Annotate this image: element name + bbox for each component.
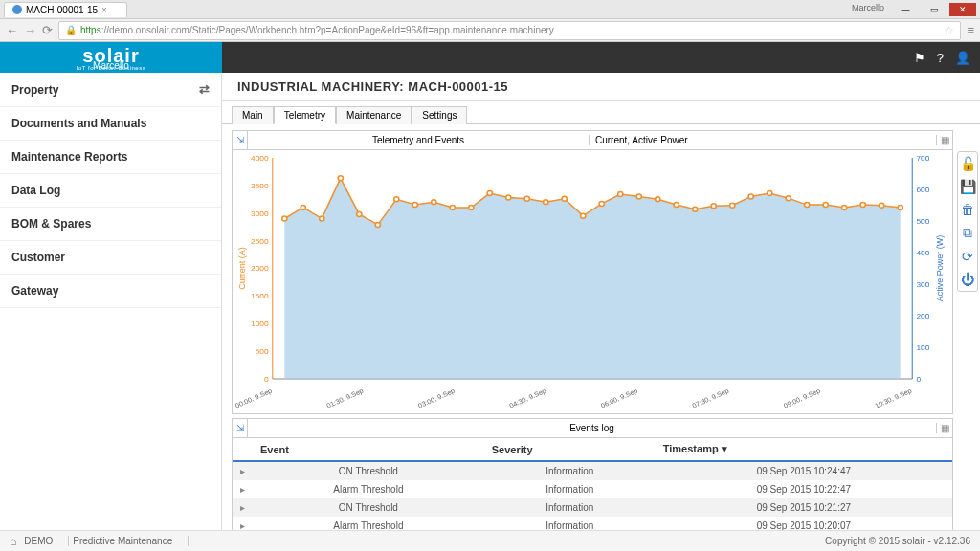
sidebar: Property ⇄ Documents and Manuals Mainten… — [0, 73, 222, 530]
save-icon[interactable]: 💾 — [960, 179, 976, 194]
bookmark-star-icon[interactable]: ☆ — [944, 24, 954, 37]
url-field[interactable]: 🔒 https://demo.onsolair.com/Static/Pages… — [58, 21, 961, 40]
svg-point-34 — [544, 200, 548, 205]
cell-timestamp: 09 Sep 2015 10:22:47 — [656, 480, 952, 498]
svg-point-41 — [674, 203, 679, 208]
refresh-icon[interactable]: ⟳ — [962, 249, 973, 264]
right-toolbar: 🔓 💾 🗑 ⧉ ⟳ ⏻ — [957, 151, 978, 292]
copy-icon[interactable]: ⧉ — [963, 225, 972, 241]
power-icon[interactable]: ⏻ — [961, 272, 974, 287]
tab-main[interactable]: Main — [232, 106, 274, 124]
menu-icon[interactable]: ≡ — [967, 23, 974, 37]
table-row[interactable]: ▸Alarm ThresholdInformation09 Sep 2015 1… — [233, 480, 952, 498]
expand-icon[interactable]: ▸ — [233, 498, 253, 517]
table-row[interactable]: ▸Alarm ThresholdInformation09 Sep 2015 1… — [233, 517, 952, 530]
expand-icon[interactable]: ▸ — [233, 517, 253, 530]
chart-panel-header: ⇲ Telemetry and Events Current, Active P… — [233, 131, 952, 150]
user-tag: Marcello — [852, 3, 884, 16]
svg-text:700: 700 — [916, 154, 929, 163]
maximize-button[interactable]: ▭ — [921, 3, 947, 16]
browser-tab[interactable]: MACH-00001-15 × — [4, 2, 127, 17]
tab-close-icon[interactable]: × — [101, 5, 107, 15]
content-area: INDUSTRIAL MACHINERY: MACH-00001-15 Main… — [222, 73, 980, 530]
svg-text:4000: 4000 — [251, 154, 269, 163]
expand-icon[interactable]: ▸ — [233, 480, 253, 498]
svg-text:01:30, 9.Sep: 01:30, 9.Sep — [325, 387, 365, 410]
tab-title: MACH-00001-15 — [26, 5, 98, 15]
svg-text:10:30, 9.Sep: 10:30, 9.Sep — [874, 387, 913, 410]
cell-timestamp: 09 Sep 2015 10:24:47 — [656, 461, 952, 480]
svg-point-51 — [860, 203, 865, 208]
svg-text:2000: 2000 — [251, 265, 269, 274]
cell-severity: Information — [484, 480, 656, 498]
sidebar-item[interactable]: BOM & Spares — [0, 208, 221, 241]
export-icon[interactable]: ⇲ — [233, 419, 248, 437]
svg-point-35 — [562, 196, 567, 201]
sidebar-item[interactable]: Maintenance Reports — [0, 141, 221, 174]
tabs-row: Main Telemetry Maintenance Settings — [222, 101, 980, 124]
user-label: Marcello — [0, 60, 222, 71]
reload-button[interactable]: ⟳ — [42, 23, 53, 37]
export-icon[interactable]: ⇲ — [233, 131, 248, 149]
favicon — [12, 5, 22, 14]
user-icon[interactable]: 👤 — [955, 51, 970, 65]
cell-timestamp: 09 Sep 2015 10:20:07 — [656, 517, 952, 530]
sidebar-title-row: Property ⇄ — [0, 73, 221, 107]
cell-event: Alarm Threshold — [253, 517, 484, 530]
col-severity[interactable]: Severity — [484, 438, 656, 461]
svg-text:00:00, 9.Sep: 00:00, 9.Sep — [234, 387, 274, 410]
swap-icon[interactable]: ⇄ — [199, 82, 210, 97]
svg-point-24 — [357, 211, 362, 216]
series-selector[interactable]: Current, Active Power — [590, 135, 937, 145]
flag-icon[interactable]: ⚑ — [914, 51, 925, 65]
tab-maintenance[interactable]: Maintenance — [336, 106, 412, 124]
help-icon[interactable]: ? — [937, 51, 944, 65]
home-icon[interactable]: ⌂ — [10, 535, 16, 548]
svg-point-40 — [656, 197, 660, 202]
browser-tab-strip: MACH-00001-15 × Marcello — ▭ ✕ — [0, 0, 980, 19]
svg-text:0: 0 — [264, 375, 269, 384]
lock-icon[interactable]: 🔓 — [960, 156, 976, 171]
svg-point-27 — [412, 203, 417, 208]
expand-icon[interactable]: ▸ — [233, 461, 253, 480]
svg-point-23 — [338, 176, 343, 181]
sidebar-item[interactable]: Gateway — [0, 275, 221, 308]
tab-settings[interactable]: Settings — [412, 106, 467, 124]
svg-text:03:00, 9.Sep: 03:00, 9.Sep — [417, 387, 457, 410]
svg-text:600: 600 — [916, 186, 929, 194]
delete-icon[interactable]: 🗑 — [961, 202, 974, 217]
lock-icon: 🔒 — [65, 25, 77, 35]
panel-menu-icon[interactable]: ▦ — [937, 131, 952, 149]
table-row[interactable]: ▸ON ThresholdInformation09 Sep 2015 10:2… — [233, 461, 952, 480]
svg-point-28 — [432, 200, 436, 205]
minimize-button[interactable]: — — [892, 3, 919, 16]
tab-telemetry[interactable]: Telemetry — [274, 106, 336, 124]
col-event[interactable]: Event — [253, 438, 484, 461]
close-window-button[interactable]: ✕ — [949, 3, 976, 16]
window-buttons: Marcello — ▭ ✕ — [852, 3, 976, 16]
page-title: INDUSTRIAL MACHINERY: MACH-00001-15 — [222, 73, 980, 101]
svg-point-29 — [450, 205, 455, 209]
chart-area[interactable]: 0500100015002000250030003500400001002003… — [233, 150, 952, 413]
svg-text:500: 500 — [256, 347, 269, 356]
sidebar-item[interactable]: Data Log — [0, 174, 221, 208]
table-row[interactable]: ▸ON ThresholdInformation09 Sep 2015 10:2… — [233, 498, 952, 517]
cell-severity: Information — [484, 517, 656, 530]
col-timestamp[interactable]: Timestamp ▾ — [656, 438, 952, 461]
cell-event: ON Threshold — [253, 461, 484, 480]
sidebar-item[interactable]: Customer — [0, 241, 221, 275]
panel-menu-icon[interactable]: ▦ — [937, 419, 952, 437]
svg-text:200: 200 — [916, 312, 929, 320]
svg-point-25 — [375, 222, 380, 227]
footer-breadcrumb[interactable]: Predictive Maintenance — [69, 536, 189, 546]
svg-text:400: 400 — [916, 249, 929, 257]
footer-home[interactable]: DEMO — [20, 536, 69, 546]
app-toolbar: ⚑ ? 👤 — [222, 42, 980, 73]
svg-point-44 — [730, 203, 735, 208]
sidebar-item[interactable]: Documents and Manuals — [0, 107, 221, 141]
back-button[interactable]: ← — [6, 23, 18, 37]
footer-copyright: Copyright © 2015 solair - v2.12.36 — [825, 536, 970, 546]
svg-point-37 — [599, 201, 604, 206]
forward-button[interactable]: → — [24, 23, 36, 37]
svg-point-39 — [636, 194, 641, 199]
